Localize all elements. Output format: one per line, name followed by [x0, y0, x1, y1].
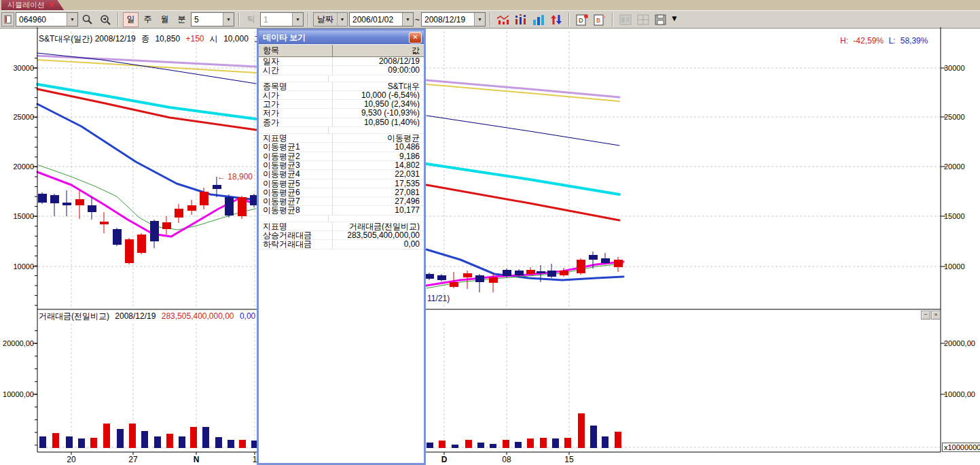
gap-row — [259, 75, 424, 82]
tab-close-icon[interactable]: ✕ — [48, 1, 54, 9]
date-mode-dropdown[interactable]: ▼ — [337, 13, 347, 26]
updown-button[interactable] — [548, 12, 564, 27]
data-view-popup: 데이타 보기 ✕ 항목 값 일자2008/12/19시간09:00:00종목명S… — [257, 29, 426, 465]
grid-layout-button — [635, 12, 651, 27]
memo-icon — [4, 15, 12, 24]
high-pct-label: H: — [840, 36, 848, 46]
chart-canvas[interactable]: 3000030000250002500020000200001500015000… — [0, 27, 980, 465]
data-row: 이동평균422,031 — [259, 170, 424, 179]
doc-d-letter: D — [579, 17, 583, 24]
period-minute-button[interactable]: 분 — [174, 12, 189, 27]
data-row: 시간09:00:00 — [259, 66, 424, 75]
candlestick-chart-icon — [496, 14, 510, 25]
save-icon — [655, 14, 667, 25]
data-row: 이동평균314,802 — [259, 161, 424, 170]
period-day-button[interactable]: 일 — [123, 12, 139, 27]
date-from-value: 2006/01/02 — [350, 15, 402, 24]
close-label: 종 — [141, 34, 149, 44]
data-row: 지표명거래대금(전일비교) — [259, 222, 424, 231]
toolbar-separator — [308, 13, 309, 27]
chart-toolbar: 064960 ▼ 일 주 월 분 5 ▼ 틱 1 ▼ 날짜 ▼ 2006/01/… — [0, 10, 980, 29]
save-button[interactable] — [653, 12, 669, 27]
svg-text:08: 08 — [502, 455, 511, 464]
data-row: 이동평균810,177 — [259, 206, 424, 215]
svg-text:D: D — [441, 455, 448, 464]
popup-close-icon[interactable]: ✕ — [409, 32, 422, 44]
stock-code-value: 064960 — [16, 15, 67, 24]
stock-code-dropdown[interactable]: ▼ — [67, 13, 77, 26]
column-item-header: 항목 — [259, 45, 333, 56]
data-row: 시가10,000 (-6,54%) — [259, 91, 424, 100]
svg-text:15000: 15000 — [944, 212, 965, 220]
open-label: 시 — [210, 34, 218, 44]
toolbar-separator — [568, 13, 570, 27]
date-range-separator: ~ — [415, 15, 420, 24]
date-to-combo[interactable]: 2008/12/19 ▼ — [421, 12, 486, 27]
search-icon — [81, 14, 94, 26]
main-chart-header: S&T대우(일간) 2008/12/19 종 10,850 +150 시 10,… — [39, 33, 257, 45]
svg-text:10000,00: 10000,00 — [944, 390, 975, 398]
svg-text:10000: 10000 — [944, 262, 965, 271]
panel-icon — [619, 14, 632, 25]
save-dropdown[interactable]: ▼ — [670, 14, 678, 25]
svg-text:10000,00: 10000,00 — [3, 390, 34, 398]
pane-minimize-button[interactable]: − — [921, 311, 930, 320]
low-pct-label: L: — [888, 36, 895, 46]
volume-chart-button[interactable] — [513, 12, 529, 27]
candle-chart-button[interactable] — [495, 12, 511, 27]
period-month-button[interactable]: 월 — [157, 12, 173, 27]
data-row: 일자2008/12/19 — [259, 57, 424, 66]
period-week-button[interactable]: 주 — [140, 12, 156, 27]
svg-text:11/21): 11/21) — [427, 294, 450, 303]
popup-table-header: 항목 값 — [259, 44, 424, 57]
date-to-dropdown[interactable]: ▼ — [474, 13, 485, 26]
change-value: +150 — [185, 34, 204, 44]
minute-interval-combo[interactable]: 5 ▼ — [191, 12, 234, 27]
toolbar-separator — [612, 13, 613, 27]
symbol-memo-icon[interactable] — [1, 12, 14, 27]
search-history-button[interactable] — [97, 12, 113, 27]
data-row: 이동평균517,535 — [259, 179, 424, 188]
data-row: 상승거래대금283,505,400,000,00 — [259, 231, 424, 240]
date-mode-combo[interactable]: 날짜 ▼ — [313, 12, 348, 27]
svg-text:27: 27 — [128, 455, 138, 464]
svg-text:← 18,900: ← 18,900 — [217, 172, 253, 182]
grid-icon — [637, 14, 649, 25]
doc-b-letter: B — [596, 17, 600, 24]
doc-d-icon: D — [575, 14, 589, 26]
compare-chart-button[interactable] — [530, 12, 547, 27]
data-row: 이동평균29,186 — [259, 152, 424, 161]
data-row: 종목명S&T대우 — [259, 82, 424, 91]
tab-bar: 시뮬레이션 ✕ — [0, 0, 980, 10]
popup-title-bar[interactable]: 데이타 보기 ✕ — [259, 31, 424, 44]
date-from-dropdown[interactable]: ▼ — [402, 13, 413, 26]
popup-table-body: 일자2008/12/19시간09:00:00종목명S&T대우시가10,000 (… — [259, 57, 424, 249]
minute-interval-value: 5 — [192, 15, 223, 24]
popup-title-text: 데이타 보기 — [263, 32, 409, 44]
bar-chart-icon — [514, 14, 528, 25]
trading-app-window: 시뮬레이션 ✕ 064960 ▼ 일 주 월 분 5 ▼ 틱 1 ▼ — [0, 0, 980, 465]
svg-text:20000,00: 20000,00 — [3, 339, 34, 347]
stock-code-combo[interactable]: 064960 ▼ — [16, 12, 78, 27]
svg-text:N: N — [194, 455, 200, 464]
date-to-value: 2008/12/19 — [422, 15, 474, 24]
gap-row — [259, 127, 424, 134]
date-from-combo[interactable]: 2006/01/02 ▼ — [349, 12, 414, 27]
svg-text:25000: 25000 — [13, 113, 34, 121]
minute-interval-dropdown[interactable]: ▼ — [223, 13, 234, 26]
open-value: 10,000 — [223, 34, 249, 44]
svg-text:30000: 30000 — [944, 64, 965, 72]
data-view-button[interactable]: D — [574, 12, 590, 27]
pane-close-button[interactable]: × — [931, 311, 941, 320]
svg-text:20000: 20000 — [13, 162, 34, 171]
search-back-icon — [99, 14, 111, 26]
volume-title: 거래대금(전일비교) — [39, 311, 109, 321]
volume-pane-controls: − × — [921, 311, 941, 320]
report-view-button[interactable]: B — [592, 12, 608, 27]
tab-simulation[interactable]: 시뮬레이션 ✕ — [1, 0, 64, 10]
high-low-summary: H: -42,59% L: 58,39% — [840, 36, 930, 46]
search-button[interactable] — [79, 12, 96, 27]
volume-multiplier-label: x10000000 — [942, 443, 980, 452]
svg-text:15000: 15000 — [13, 212, 34, 220]
tick-interval-value: 1 — [261, 15, 292, 24]
